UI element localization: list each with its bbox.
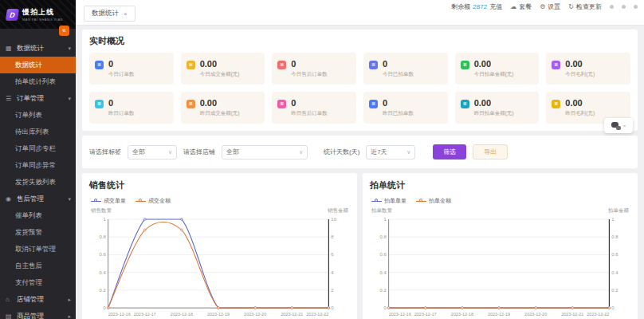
topbar-menu: ☁套餐⚙设置↻检查更新 [510, 2, 602, 11]
svg-text:10: 10 [331, 217, 336, 222]
svg-text:6: 6 [331, 252, 334, 257]
shop-icon: ⌂ [6, 296, 13, 303]
tag-filter-select[interactable]: 全部∨ [128, 145, 177, 160]
svg-text:0.6: 0.6 [99, 252, 106, 257]
stat-label: 今日订单数 [108, 71, 135, 78]
filter-button[interactable]: 筛选 [433, 144, 466, 160]
chat-support-widget[interactable]: × [604, 118, 633, 133]
sales-line-chart[interactable]: 00.20.40.60.8102468102023-12-162023-12-1… [89, 215, 350, 319]
stat-card: ≣0昨日订单数 [89, 92, 174, 124]
tab-data-statistics[interactable]: 数据统计 × [84, 6, 135, 22]
goods-icon: ▤ [6, 313, 13, 319]
legend-marker [91, 201, 101, 202]
sidebar-collapse-button[interactable]: « [59, 26, 69, 36]
orders-chart-title: 拍单统计 [370, 179, 630, 191]
svg-text:0.2: 0.2 [99, 288, 105, 293]
legend-marker [416, 201, 426, 202]
stat-icon: ≣ [552, 100, 560, 108]
sidebar-item-待出库列表[interactable]: 待出库列表 [0, 124, 76, 140]
stat-label: 昨日订单数 [108, 110, 135, 117]
stat-value: 0.00 [565, 59, 595, 69]
order-icon: ☰ [6, 95, 13, 102]
legend-item-成交单量[interactable]: 成交单量 [91, 197, 126, 205]
svg-text:2023-12-17: 2023-12-17 [414, 312, 437, 317]
stat-value: 0.00 [565, 98, 595, 108]
days-filter-select[interactable]: 近7天∨ [366, 145, 415, 160]
stat-icon: ≣ [95, 61, 104, 69]
sidebar-item-自主售后[interactable]: 自主售后 [0, 258, 76, 274]
stat-label: 昨日拍单金额(元) [474, 110, 514, 117]
stat-label: 今日售后订单数 [291, 71, 328, 78]
chevron-down-icon: ∨ [406, 149, 410, 156]
stat-label: 昨日已拍单数 [383, 110, 414, 117]
svg-text:0.6: 0.6 [379, 252, 387, 257]
sidebar-item-发货预警[interactable]: 发货预警 [0, 224, 76, 241]
sales-right-axis-name: 销售金额 [328, 207, 348, 215]
svg-text:2023-12-22: 2023-12-22 [306, 312, 328, 317]
shop-filter-select[interactable]: 全部∨ [222, 145, 308, 160]
chevron-down-icon: ▾ [68, 196, 71, 203]
stat-value: 0.00 [200, 59, 240, 69]
legend-item-拍单金额[interactable]: 拍单金额 [416, 197, 451, 205]
sidebar-item-订单列表[interactable]: 订单列表 [0, 107, 76, 124]
stat-value: 0.00 [474, 59, 514, 69]
stat-label: 昨日成交金额(元) [200, 110, 240, 117]
stat-card: ≣0昨日已拍单数 [363, 92, 448, 124]
sidebar-item-催单列表[interactable]: 催单列表 [0, 207, 76, 224]
orders-left-axis-name: 拍单数量 [371, 207, 392, 215]
brand-logo: D 慢拍上线 MAN PAI SHANG XIAN [0, 0, 76, 29]
balance-label: 剩余额 [451, 2, 470, 11]
legend-item-成交金额[interactable]: 成交金额 [135, 197, 171, 205]
stat-icon: ≣ [369, 61, 378, 69]
topbar-item-套餐[interactable]: ☁套餐 [510, 2, 532, 11]
topbar-item-检查更新[interactable]: ↻检查更新 [568, 2, 602, 11]
svg-text:2023-12-18: 2023-12-18 [171, 312, 193, 317]
realtime-overview-panel: 实时概况 ≣0今日订单数≣0.00今日成交金额(元)≣0今日售后订单数≣0今日已… [82, 30, 638, 131]
sidebar-item-支付管理[interactable]: 支付管理 [0, 274, 76, 291]
sidebar-item-订单同步专栏[interactable]: 订单同步专栏 [0, 140, 76, 157]
stat-label: 今日已拍单数 [383, 71, 414, 78]
sidebar-item-数据统计[interactable]: 数据统计 [0, 57, 76, 73]
stat-label: 今日成交金额(元) [200, 71, 240, 78]
stat-icon: ≣ [552, 61, 560, 69]
stat-icon: ≣ [461, 61, 469, 69]
sidebar-section-店铺管理[interactable]: ⌂店铺管理▸ [0, 291, 76, 308]
chevron-down-icon: ▾ [68, 96, 71, 102]
stat-card: ≣0昨日售后订单数 [272, 92, 356, 124]
tab-close-icon[interactable]: × [124, 10, 128, 18]
header-mini-icon[interactable] [622, 5, 626, 9]
export-button[interactable]: 导出 [473, 144, 508, 160]
sidebar-item-发货失败列表[interactable]: 发货失败列表 [0, 174, 76, 191]
sidebar-section-售后管理[interactable]: ◉售后管理▾ [0, 191, 76, 207]
chevron-right-icon: ▸ [68, 297, 71, 303]
stat-card: ≣0.00昨日拍单金额(元) [455, 92, 540, 124]
svg-text:8: 8 [331, 234, 334, 239]
stat-value: 0 [383, 59, 414, 69]
legend-marker [135, 201, 146, 202]
header-mini-icon[interactable] [610, 5, 614, 9]
orders-line-chart[interactable]: 00.20.40.60.8100.20.40.60.812023-12-1620… [370, 215, 630, 319]
svg-text:0: 0 [331, 305, 334, 310]
legend-item-拍单单量[interactable]: 拍单单量 [371, 197, 406, 205]
chat-close-icon[interactable]: × [623, 124, 626, 128]
recharge-link[interactable]: 充值 [489, 2, 502, 11]
topbar-item-设置[interactable]: ⚙设置 [540, 2, 560, 11]
sidebar-item-取消订单管理[interactable]: 取消订单管理 [0, 241, 76, 258]
filter-bar: 请选择标签 全部∨ 请选择店铺 全部∨ 统计天数(天) 近7天∨ 筛选 导出 [82, 136, 638, 168]
sidebar-item-拍单统计列表[interactable]: 拍单统计列表 [0, 73, 76, 90]
orders-chart-panel: 拍单统计 拍单单量拍单金额 拍单数量 拍单金额 00.20.40.60.8100… [363, 173, 638, 319]
sidebar-item-订单同步异常[interactable]: 订单同步异常 [0, 157, 76, 174]
brand-name: 慢拍上线 [22, 7, 63, 18]
sidebar-section-数据统计[interactable]: ▦数据统计▾ [0, 40, 76, 57]
sidebar-section-商品管理[interactable]: ▤商品管理▸ [0, 308, 76, 319]
svg-text:2023-12-21: 2023-12-21 [281, 312, 303, 317]
svg-text:2023-12-20: 2023-12-20 [244, 312, 266, 317]
balance-value: 2872 [473, 3, 487, 10]
header-mini-icon[interactable] [634, 5, 638, 9]
svg-text:0.4: 0.4 [99, 270, 106, 275]
aftersale-icon: ◉ [6, 195, 13, 203]
chevron-right-icon: ▸ [68, 313, 71, 319]
sidebar-section-订单管理[interactable]: ☰订单管理▾ [0, 90, 76, 107]
overview-title: 实时概况 [89, 35, 630, 47]
stat-value: 0 [108, 98, 135, 108]
